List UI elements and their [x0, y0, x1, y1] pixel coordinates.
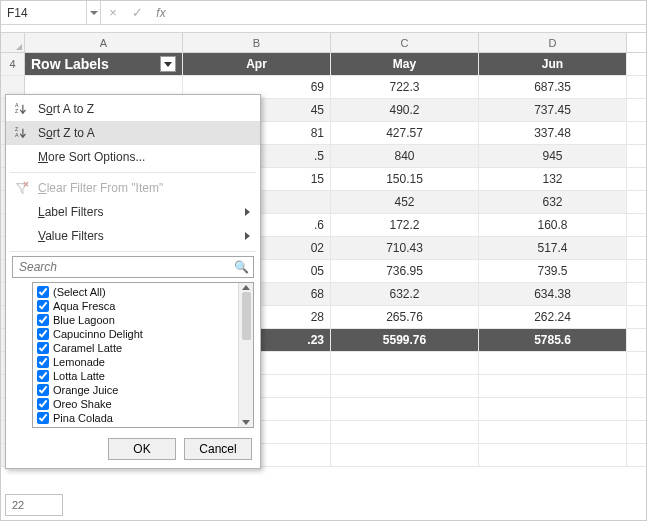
cell[interactable]: 150.15: [331, 168, 479, 190]
cell[interactable]: 490.2: [331, 99, 479, 121]
cell[interactable]: 945: [479, 145, 627, 167]
cell[interactable]: 840: [331, 145, 479, 167]
column-header[interactable]: C: [331, 33, 479, 52]
cell[interactable]: 634.38: [479, 283, 627, 305]
filter-check-item[interactable]: Caramel Latte: [37, 341, 234, 355]
blank-icon: [14, 204, 30, 220]
cell[interactable]: 262.24: [479, 306, 627, 328]
cell[interactable]: 5785.6: [479, 329, 627, 351]
check-label: Aqua Fresca: [53, 300, 115, 312]
checkbox[interactable]: [37, 398, 49, 410]
cell[interactable]: [479, 398, 627, 420]
separator: [10, 172, 256, 173]
cell[interactable]: 452: [331, 191, 479, 213]
ok-button[interactable]: OK: [108, 438, 176, 460]
scroll-up-icon[interactable]: [242, 285, 250, 290]
scrollbar[interactable]: [238, 283, 253, 427]
formula-confirm-button[interactable]: ✓: [125, 1, 149, 24]
cell[interactable]: 736.95: [331, 260, 479, 282]
more-sort-options[interactable]: More Sort Options...: [6, 145, 260, 169]
column-field-header[interactable]: May: [331, 53, 479, 75]
formula-cancel-button[interactable]: ×: [101, 1, 125, 24]
formula-bar: F14 × ✓ fx: [1, 1, 646, 25]
sort-az-icon: AZ: [14, 101, 30, 117]
cell[interactable]: 632: [479, 191, 627, 213]
cell[interactable]: [331, 375, 479, 397]
cell[interactable]: 265.76: [331, 306, 479, 328]
filter-dropdown-button[interactable]: [160, 56, 176, 72]
column-header[interactable]: A: [25, 33, 183, 52]
cell[interactable]: 517.4: [479, 237, 627, 259]
formula-input[interactable]: [173, 1, 646, 24]
value-filters[interactable]: Value Filters: [6, 224, 260, 248]
checkbox[interactable]: [37, 314, 49, 326]
row-header[interactable]: 4: [1, 53, 25, 75]
separator: [10, 251, 256, 252]
filter-check-item[interactable]: Aqua Fresca: [37, 299, 234, 313]
checkbox[interactable]: [37, 412, 49, 424]
cell[interactable]: [331, 398, 479, 420]
scroll-down-icon[interactable]: [242, 420, 250, 425]
filter-checklist[interactable]: (Select All) Aqua Fresca Blue Lagoon Cap…: [33, 283, 238, 427]
filter-check-item[interactable]: Oreo Shake: [37, 397, 234, 411]
cell[interactable]: [331, 444, 479, 466]
checkbox[interactable]: [37, 300, 49, 312]
insert-function-button[interactable]: fx: [149, 1, 173, 24]
column-field-header[interactable]: Jun: [479, 53, 627, 75]
checkbox[interactable]: [37, 342, 49, 354]
filter-check-item[interactable]: Pina Colada: [37, 411, 234, 425]
clear-filter-icon: [14, 180, 30, 196]
cell[interactable]: 160.8: [479, 214, 627, 236]
checkbox[interactable]: [37, 328, 49, 340]
cell[interactable]: 739.5: [479, 260, 627, 282]
filter-search-input[interactable]: [17, 259, 234, 275]
filter-check-item[interactable]: Blue Lagoon: [37, 313, 234, 327]
sort-z-to-a[interactable]: ZA Sort Z to A: [6, 121, 260, 145]
cell[interactable]: [331, 352, 479, 374]
filter-check-item[interactable]: Lemonade: [37, 355, 234, 369]
cell[interactable]: 722.3: [331, 76, 479, 98]
cell[interactable]: [479, 444, 627, 466]
row-header[interactable]: 22: [5, 494, 63, 516]
check-label: Lemonade: [53, 356, 105, 368]
cell[interactable]: 172.2: [331, 214, 479, 236]
checkbox[interactable]: [37, 356, 49, 368]
scroll-thumb[interactable]: [242, 292, 251, 340]
cell[interactable]: 737.45: [479, 99, 627, 121]
row-labels-header[interactable]: Row Labels: [25, 53, 183, 75]
column-header[interactable]: D: [479, 33, 627, 52]
cancel-button[interactable]: Cancel: [184, 438, 252, 460]
sort-za-icon: ZA: [14, 125, 30, 141]
filter-dropdown-panel: AZ Sort A to Z ZA Sort Z to A More Sort …: [5, 94, 261, 469]
cell[interactable]: 632.2: [331, 283, 479, 305]
check-label: Oreo Shake: [53, 398, 112, 410]
filter-search-box[interactable]: 🔍: [12, 256, 254, 278]
select-all-corner[interactable]: [1, 33, 25, 52]
name-box-dropdown[interactable]: [87, 1, 101, 24]
checkbox[interactable]: [37, 370, 49, 382]
cell[interactable]: [331, 421, 479, 443]
filter-check-item[interactable]: Capucinno Delight: [37, 327, 234, 341]
filter-check-item[interactable]: Lotta Latte: [37, 369, 234, 383]
check-label: Orange Juice: [53, 384, 118, 396]
submenu-arrow-icon: [245, 229, 250, 243]
cell[interactable]: 132: [479, 168, 627, 190]
sort-a-to-z[interactable]: AZ Sort A to Z: [6, 97, 260, 121]
column-header[interactable]: B: [183, 33, 331, 52]
menu-label: Sort Z to A: [38, 126, 252, 140]
label-filters[interactable]: Label Filters: [6, 200, 260, 224]
checkbox[interactable]: [37, 384, 49, 396]
cell[interactable]: 710.43: [331, 237, 479, 259]
filter-check-item[interactable]: (Select All): [37, 285, 234, 299]
column-field-header[interactable]: Apr: [183, 53, 331, 75]
cell[interactable]: 427.57: [331, 122, 479, 144]
cell[interactable]: [479, 352, 627, 374]
cell[interactable]: [479, 375, 627, 397]
name-box[interactable]: F14: [1, 1, 87, 24]
filter-check-item[interactable]: Orange Juice: [37, 383, 234, 397]
cell[interactable]: 687.35: [479, 76, 627, 98]
cell[interactable]: [479, 421, 627, 443]
cell[interactable]: 337.48: [479, 122, 627, 144]
cell[interactable]: 5599.76: [331, 329, 479, 351]
checkbox[interactable]: [37, 286, 49, 298]
